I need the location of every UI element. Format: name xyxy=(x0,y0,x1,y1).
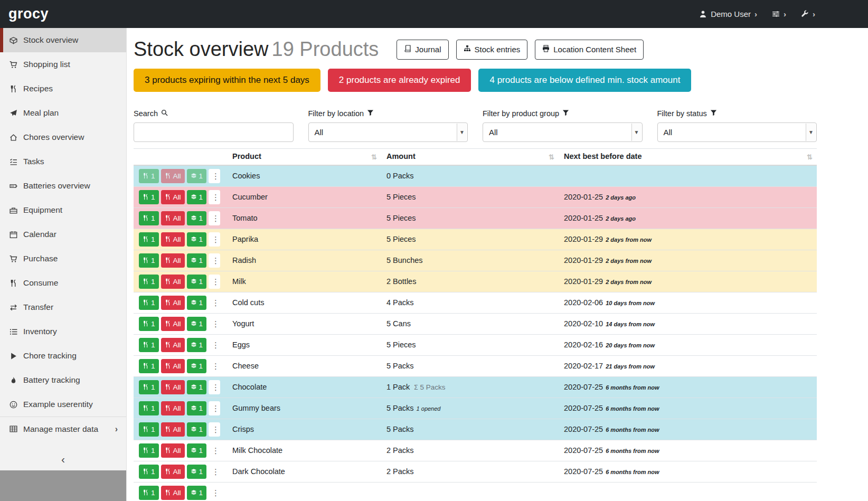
sort-icon[interactable]: ⇅ xyxy=(807,153,813,161)
consume-all-button[interactable]: All xyxy=(161,401,185,415)
row-menu-button[interactable]: ⋮ xyxy=(209,465,220,479)
row-menu-button[interactable]: ⋮ xyxy=(209,338,220,352)
consume-one-button[interactable]: 1 xyxy=(139,253,159,268)
journal-button[interactable]: Journal xyxy=(397,40,448,60)
consume-all-button[interactable]: All xyxy=(161,275,185,289)
product-name[interactable]: Eggs xyxy=(227,334,381,355)
table-row[interactable]: 1 All 1 ⋮ Eggs 5 Pieces 2020-02-1620 day… xyxy=(134,334,817,355)
consume-all-button[interactable]: All xyxy=(161,359,185,373)
sidebar-item-example-userentity[interactable]: Example userentity xyxy=(0,392,126,417)
consume-all-button[interactable]: All xyxy=(161,169,185,183)
consume-one-button[interactable]: 1 xyxy=(139,380,159,394)
table-row[interactable]: 1 All 1 ⋮ Milk Chocolate 2 Packs 2020-07… xyxy=(134,440,817,461)
consume-one-button[interactable]: 1 xyxy=(139,169,159,183)
location-filter-select[interactable]: All ▼ xyxy=(308,122,468,142)
sidebar-item-tasks[interactable]: Tasks xyxy=(0,149,126,174)
product-name[interactable]: Dark Chocolate xyxy=(227,461,381,482)
open-one-button[interactable]: 1 xyxy=(187,359,207,373)
row-menu-button[interactable]: ⋮ xyxy=(209,422,220,437)
sidebar-item-battery-tracking[interactable]: Battery tracking xyxy=(0,368,126,392)
product-group-filter-select[interactable]: All ▼ xyxy=(483,122,643,142)
product-name[interactable]: Cucumber xyxy=(227,186,381,207)
consume-all-button[interactable]: All xyxy=(161,253,185,268)
table-row[interactable]: 1 All 1 ⋮ Paprika 5 Pieces 2020-01-292 d… xyxy=(134,229,817,250)
row-menu-button[interactable]: ⋮ xyxy=(209,190,220,204)
column-header-amount[interactable]: Amount ⇅ xyxy=(381,148,559,165)
product-name[interactable]: Cheese xyxy=(227,355,381,376)
table-row[interactable]: 1 All 1 ⋮ Milk 2 Bottles 2020-01-292 day… xyxy=(134,271,817,292)
sort-icon[interactable]: ⇅ xyxy=(549,153,554,161)
open-one-button[interactable]: 1 xyxy=(187,253,207,268)
open-one-button[interactable]: 1 xyxy=(187,317,207,331)
open-one-button[interactable]: 1 xyxy=(187,380,207,394)
consume-one-button[interactable]: 1 xyxy=(139,338,159,352)
sidebar-item-batteries-overview[interactable]: Batteries overview xyxy=(0,174,126,198)
product-name[interactable]: Cold cuts xyxy=(227,292,381,313)
open-one-button[interactable]: 1 xyxy=(187,275,207,289)
open-one-button[interactable]: 1 xyxy=(187,465,207,479)
product-name[interactable]: Gummy bears xyxy=(227,398,381,419)
table-row[interactable]: 1 All 1 ⋮ Cucumber 5 Pieces 2020-01-252 … xyxy=(134,186,817,207)
table-row[interactable]: 1 All 1 ⋮ xyxy=(134,482,817,501)
sidebar-item-chore-tracking[interactable]: Chore tracking xyxy=(0,344,126,368)
open-one-button[interactable]: 1 xyxy=(187,169,207,183)
table-row[interactable]: 1 All 1 ⋮ Tomato 5 Pieces 2020-01-252 da… xyxy=(134,207,817,229)
product-name[interactable]: Chocolate xyxy=(227,376,381,398)
open-one-button[interactable]: 1 xyxy=(187,296,207,310)
sidebar-item-transfer[interactable]: Transfer xyxy=(0,295,126,319)
table-row[interactable]: 1 All 1 ⋮ Chocolate 1 PackΣ 5 Packs 2020… xyxy=(134,376,817,398)
row-menu-button[interactable]: ⋮ xyxy=(209,380,220,394)
location-content-sheet-button[interactable]: Location Content Sheet xyxy=(535,40,644,60)
sidebar-item-purchase[interactable]: Purchase xyxy=(0,247,126,271)
consume-all-button[interactable]: All xyxy=(161,465,185,479)
sidebar-item-chores-overview[interactable]: Chores overview xyxy=(0,125,126,149)
product-name[interactable]: Cookies xyxy=(227,165,381,187)
consume-one-button[interactable]: 1 xyxy=(139,486,159,500)
stock-entries-button[interactable]: Stock entries xyxy=(456,40,528,60)
row-menu-button[interactable]: ⋮ xyxy=(209,359,220,373)
consume-all-button[interactable]: All xyxy=(161,232,185,247)
consume-all-button[interactable]: All xyxy=(161,296,185,310)
row-menu-button[interactable]: ⋮ xyxy=(209,401,220,415)
product-name[interactable]: Tomato xyxy=(227,207,381,229)
app-logo[interactable]: grocy xyxy=(8,6,49,22)
consume-one-button[interactable]: 1 xyxy=(139,317,159,331)
open-one-button[interactable]: 1 xyxy=(187,232,207,247)
product-name[interactable]: Radish xyxy=(227,250,381,271)
open-one-button[interactable]: 1 xyxy=(187,443,207,458)
consume-one-button[interactable]: 1 xyxy=(139,275,159,289)
table-row[interactable]: 1 All 1 ⋮ Cold cuts 4 Packs 2020-02-0610… xyxy=(134,292,817,313)
consume-all-button[interactable]: All xyxy=(161,380,185,394)
consume-all-button[interactable]: All xyxy=(161,211,185,225)
consume-all-button[interactable]: All xyxy=(161,443,185,458)
column-header-next-best-before-date[interactable]: Next best before date ⇅ xyxy=(559,148,817,165)
row-menu-button[interactable]: ⋮ xyxy=(209,253,220,268)
consume-all-button[interactable]: All xyxy=(161,338,185,352)
open-one-button[interactable]: 1 xyxy=(187,211,207,225)
consume-all-button[interactable]: All xyxy=(161,486,185,500)
consume-one-button[interactable]: 1 xyxy=(139,211,159,225)
row-menu-button[interactable]: ⋮ xyxy=(209,317,220,331)
consume-one-button[interactable]: 1 xyxy=(139,190,159,204)
expiring-alert[interactable]: 3 products expiring within the next 5 da… xyxy=(134,69,320,92)
sidebar-item-calendar[interactable]: Calendar xyxy=(0,222,126,247)
consume-one-button[interactable]: 1 xyxy=(139,232,159,247)
user-menu[interactable]: Demo User › xyxy=(699,10,757,18)
column-header-product[interactable]: Product ⇅ xyxy=(227,148,381,165)
open-one-button[interactable]: 1 xyxy=(187,338,207,352)
consume-one-button[interactable]: 1 xyxy=(139,359,159,373)
sidebar-item-inventory[interactable]: Inventory xyxy=(0,319,126,344)
product-name[interactable] xyxy=(227,482,381,501)
status-filter-select[interactable]: All ▼ xyxy=(657,122,817,142)
below-min-alert[interactable]: 4 products are below defined min. stock … xyxy=(478,69,691,92)
row-menu-button[interactable]: ⋮ xyxy=(209,486,220,500)
table-row[interactable]: 1 All 1 ⋮ Radish 5 Bunches 2020-01-292 d… xyxy=(134,250,817,271)
table-row[interactable]: 1 All 1 ⋮ Yogurt 5 Cans 2020-02-1014 day… xyxy=(134,313,817,334)
row-menu-button[interactable]: ⋮ xyxy=(209,443,220,458)
row-menu-button[interactable]: ⋮ xyxy=(209,169,220,183)
product-name[interactable]: Milk xyxy=(227,271,381,292)
sidebar-item-stock-overview[interactable]: Stock overview xyxy=(0,28,126,52)
consume-one-button[interactable]: 1 xyxy=(139,296,159,310)
consume-one-button[interactable]: 1 xyxy=(139,443,159,458)
open-one-button[interactable]: 1 xyxy=(187,190,207,204)
